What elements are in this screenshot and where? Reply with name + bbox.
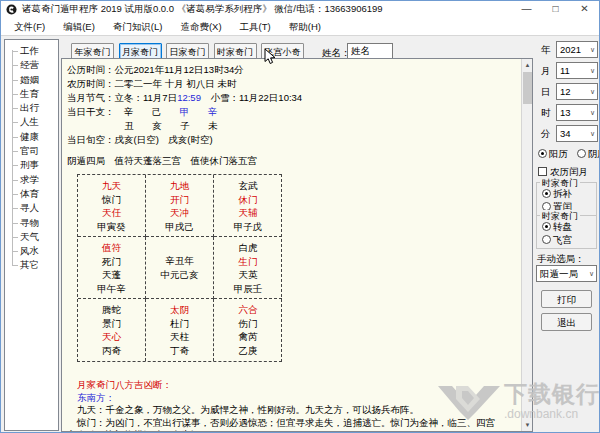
month-value: 11 [560,65,570,76]
jieqi-segment: 当月节气：立冬：11月7日 [67,92,177,103]
ganzhi-branch: 丑 [115,119,143,133]
titlebar: 诸葛奇门遁甲程序 2019 试用版0.0.0 《诸葛易学系列程序》 微信/电话：… [1,1,599,18]
grid-cell-line: 天蓬 [78,268,145,282]
grid-cell-line: 天辅 [214,206,282,220]
sidebar-tree: 工作经营婚姻生育出行人生健康官司刑事求学体育寻人寻物天气风水其它 [5,40,58,273]
grid-cell-7: 腾蛇景门天心丙奇 [78,299,146,361]
analysis-line: 惊门：为凶门，不宜出行谋事，否则必遇惊恐；但宜寻求走失，追捕逃亡。惊门为金神，临… [77,417,532,430]
radio-feigong[interactable]: 飞宫 [542,234,572,247]
grid-cell-line: 九天 [78,179,145,193]
grid-cell-line: 丁奇 [146,344,213,358]
radio-chaibu[interactable]: 拆补 [542,188,572,201]
sidebar-item[interactable]: 求学 [5,173,58,187]
xunkong-line: 当日旬空：戌亥(日空) 戌亥(时空) [67,133,532,147]
grid-cell-line: 伤门 [214,317,282,331]
jieqi-segment: 12:59 [177,92,201,103]
ju-line: 阴遁四局 值符天蓬落三宫 值使休门落五宫 [67,154,532,168]
radio-chaibu-icon [542,189,551,198]
menubar: 文件(F)编辑(E)奇门知识(L)造命费(X)工具(T)帮助(H) [1,18,599,36]
grid-cell-line: 值符 [78,241,145,255]
menu-item-6[interactable]: 帮助(H) [280,18,330,35]
analysis-lines: 九天：千金之象，万物之父。为威悍之神，性刚好动。九天之方，可以扬兵布阵。惊门：为… [67,404,532,432]
grid-cell-line: 甲辰壬 [214,282,282,296]
qimen-grid: 九天惊门天任甲寅癸九地开门天冲甲戌己玄武休门天辅甲子戊值符死门天蓬甲午辛辛丑年中… [77,174,282,362]
day-select[interactable]: 12∨ [556,83,598,100]
minute-select[interactable]: 34∨ [556,125,598,142]
sidebar-item[interactable]: 寻人 [5,201,58,215]
grid-cell-line: 甲子戊 [214,220,282,234]
month-select[interactable]: 11∨ [556,62,598,79]
grid-cell-line: 天冲 [146,206,213,220]
mouse-cursor [264,48,277,65]
menu-item-4[interactable]: 造命费(X) [171,18,230,35]
grid-cell-line: 玄武 [214,179,282,193]
solar-time-line: 公历时间：公元2021年11月12日13时34分 [67,63,532,77]
grid-cell-line: 六合 [214,303,282,317]
analysis-line: 九天：千金之象，万物之父。为威悍之神，性刚好动。九天之方，可以扬兵布阵。 [77,404,532,417]
grid-cell-line: 天英 [214,268,282,282]
chevron-down-icon: ∨ [590,63,595,78]
exit-button[interactable]: 退出 [541,313,592,331]
grid-cell-line: 死门 [78,255,145,269]
grid-cell-line: 生门 [214,255,282,269]
chevron-down-icon: ∨ [589,266,594,281]
ganzhi-stem: 己 [143,105,171,119]
ganzhi-stem: 甲 [171,105,199,119]
grid-cell-line: 天柱 [146,330,213,344]
grid-cell-1: 九天惊门天任甲寅癸 [78,175,146,237]
menu-item-5[interactable]: 工具(T) [231,18,280,35]
radio-solar-icon [538,149,547,158]
sidebar-item[interactable]: 天气 [5,230,58,244]
radio-lunar-icon [577,149,586,158]
jieqi-line: 当月节气：立冬：11月7日12:59 小雪：11月22日10:34 [67,91,532,105]
sidebar-item[interactable]: 风水 [5,244,58,258]
radio-lunar[interactable]: 阴历 [577,148,600,159]
ganzhi-stem: 辛 [115,105,143,119]
menu-item-1[interactable]: 文件(F) [5,18,54,35]
hour-qimen-group-2: 时家奇门 转盘 飞宫 [536,215,597,249]
analysis-direction: 东南方： [77,391,532,404]
grid-cell-line: 丙奇 [78,344,145,358]
scrollbar-thumb[interactable] [523,72,532,104]
sidebar-item[interactable]: 生育 [5,87,58,101]
grid-cell-line: 腾蛇 [78,303,145,317]
year-select[interactable]: 2021∨ [556,41,598,58]
year-value: 2021 [560,44,581,55]
hour-select[interactable]: 13∨ [556,104,598,121]
grid-cell-line: 天心 [78,330,145,344]
menu-item-2[interactable]: 编辑(E) [54,18,104,35]
scroll-up-icon[interactable]: ▲ [522,59,533,71]
grid-cell-line: 中元己亥 [146,268,213,282]
grid-cell-line: 九地 [146,179,213,193]
print-button[interactable]: 打印 [541,290,592,308]
sidebar-item[interactable]: 刑事 [5,158,58,172]
grid-cell-2: 九地开门天冲甲戌己 [146,175,214,237]
ganzhi-branch: 亥 [143,119,171,133]
sidebar-item[interactable]: 健康 [5,130,58,144]
grid-cell-line: 甲戌己 [146,220,213,234]
hour-value: 13 [560,107,571,118]
ganzhi-label: 当日干支： [67,106,115,117]
scroll-down-icon[interactable]: ▼ [522,419,533,431]
sidebar-item[interactable]: 其它 [5,258,58,272]
radio-zhuanpan[interactable]: 转盘 [542,221,572,234]
grid-cell-line: 乙庚 [214,344,282,358]
sidebar-item[interactable]: 人生 [5,115,58,129]
chevron-down-icon: ∨ [590,105,595,120]
grid-cell-line: 休门 [214,193,282,207]
sidebar-item[interactable]: 出行 [5,101,58,115]
menu-item-3[interactable]: 奇门知识(L) [104,18,172,35]
sidebar-item[interactable]: 官司 [5,144,58,158]
sidebar-item[interactable]: 寻物 [5,216,58,230]
sidebar-item[interactable]: 经营 [5,58,58,72]
manual-ju-select[interactable]: 阳遁一局∨ [536,265,597,282]
content-scrollbar[interactable]: ▲ ▼ [521,59,532,431]
radio-solar[interactable]: 阳历 [538,148,568,159]
sidebar-item[interactable]: 工作 [5,44,58,58]
radio-feigong-icon [542,235,551,244]
month-label: 月 [541,65,551,78]
right-panel: 年2021∨月11∨日12∨时13∨分34∨ 阳历 阴历 农历闰月 时家奇门 拆… [534,1,600,433]
sidebar-item[interactable]: 婚姻 [5,73,58,87]
app-icon [6,4,17,15]
sidebar-item[interactable]: 体育 [5,187,58,201]
